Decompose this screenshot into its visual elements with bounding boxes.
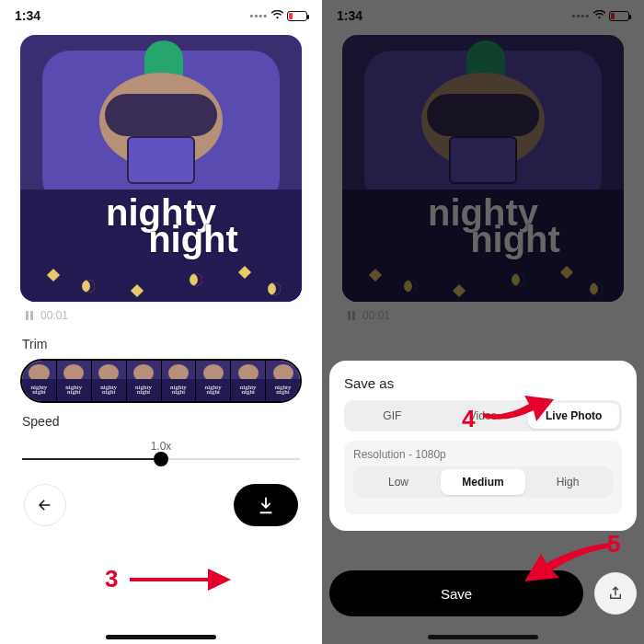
back-button[interactable] [24, 484, 66, 526]
status-bar: 1:34 •••• [0, 0, 322, 31]
trim-frame[interactable]: nightynight [231, 361, 266, 401]
save-sheet: Save as GIFVideoLive Photo Resolution - … [329, 361, 637, 531]
home-indicator[interactable] [106, 635, 216, 639]
trim-frame[interactable]: nightynight [22, 361, 57, 401]
save-button-label: Save [441, 586, 472, 602]
trim-label: Trim [0, 329, 322, 355]
step-4: 4 [462, 405, 475, 433]
quality-option-high[interactable]: High [525, 469, 610, 495]
quality-segmented: LowMediumHigh [353, 466, 613, 498]
trim-frame[interactable]: nightynight [162, 361, 197, 401]
arrow-step-4 [478, 390, 561, 427]
resolution-label: Resolution - 1080p [353, 448, 613, 461]
trim-strip[interactable]: nightynightnightynightnightynightnightyn… [20, 359, 302, 403]
download-button[interactable] [234, 484, 298, 526]
home-indicator[interactable] [428, 635, 538, 639]
status-time: 1:34 [15, 8, 40, 23]
trim-frame[interactable]: nightynight [57, 361, 92, 401]
trim-frame[interactable]: nightynight [127, 361, 162, 401]
trim-frame[interactable]: nightynight [196, 361, 231, 401]
step-3: 3 [105, 565, 118, 593]
arrow-step-3 [125, 559, 236, 600]
cellular-icon: •••• [250, 10, 268, 21]
quality-option-medium[interactable]: Medium [441, 469, 525, 495]
battery-low-icon [287, 11, 307, 21]
trim-frame[interactable]: nightynight [266, 361, 300, 401]
arrow-step-5 [515, 543, 616, 592]
phone-screen-edit: 1:34 •••• [0, 0, 322, 644]
gif-caption: nightynight [20, 198, 302, 254]
save-sheet-title: Save as [344, 375, 622, 391]
speed-value: 1.0x [22, 440, 300, 453]
play-bar: 00:01 [0, 302, 322, 329]
slider-knob[interactable] [154, 452, 168, 466]
timecode: 00:01 [40, 309, 68, 322]
speed-slider[interactable] [22, 458, 300, 460]
speed-label: Speed [0, 407, 322, 432]
trim-frame[interactable]: nightynight [92, 361, 127, 401]
wifi-icon [270, 8, 284, 23]
gif-preview[interactable]: nightynight [20, 35, 302, 302]
pause-icon[interactable] [26, 311, 33, 320]
format-option-gif[interactable]: GIF [347, 403, 438, 429]
quality-option-low[interactable]: Low [356, 469, 441, 495]
